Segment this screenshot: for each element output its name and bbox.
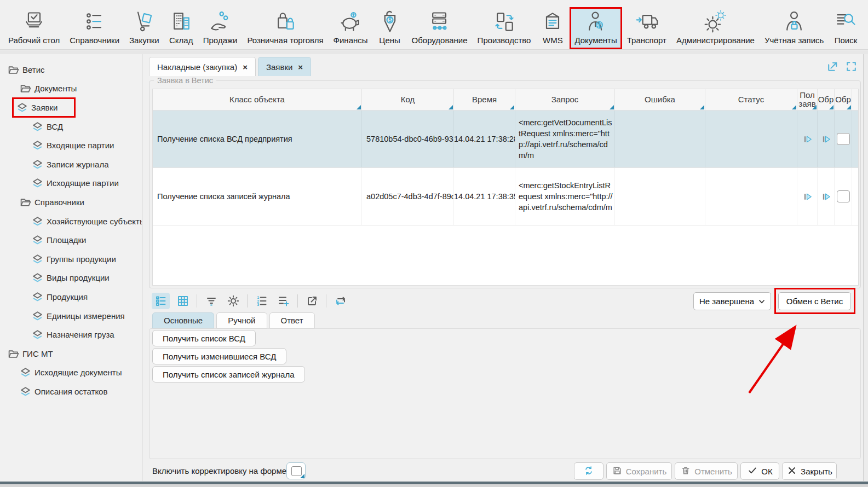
nav-item-wms[interactable]: WMS <box>536 7 570 49</box>
tree-item-inner: Исходящие документы <box>16 364 125 380</box>
detail-tab-Основные[interactable]: Основные <box>152 312 214 328</box>
tree-item-label: Исходящие документы <box>35 368 122 377</box>
tree-item-label: Продукция <box>47 292 88 302</box>
retail-icon <box>273 10 297 34</box>
tree-item-label: Хозяйствующие субъекты <box>47 217 142 226</box>
run-request-icon[interactable] <box>802 192 813 202</box>
toolbar-button-open-external[interactable] <box>303 293 321 309</box>
toolbar-button-grid-view[interactable] <box>174 293 192 309</box>
nav-item-purchases[interactable]: Закупки <box>124 7 164 49</box>
nav-item-documents[interactable]: Документы <box>570 7 622 49</box>
table-row[interactable]: Получение списка записей журналаa02d05c7… <box>153 168 858 225</box>
tree-item-Виды продукции[interactable]: Виды продукции <box>0 269 142 288</box>
toolbar-button-filter[interactable] <box>202 293 220 309</box>
detail-tab-Ответ[interactable]: Ответ <box>269 312 315 328</box>
toolbar-button-settings[interactable] <box>224 293 242 309</box>
nav-item-warehouse[interactable]: Склад <box>164 7 198 49</box>
column-header-Обр[interactable]: Обр <box>818 89 835 110</box>
cell-run-action <box>797 168 818 225</box>
refresh-button[interactable] <box>574 462 603 480</box>
processed-checkbox[interactable] <box>837 133 850 145</box>
nav-label: Закупки <box>129 36 159 45</box>
table-row[interactable]: Получение списка ВСД предприятия57810b54… <box>153 111 858 168</box>
run-request-icon[interactable] <box>821 134 831 144</box>
wms-icon <box>541 10 565 34</box>
tree-item-Входящие партии[interactable]: Входящие партии <box>0 136 142 155</box>
toolbar-button-numbered-list[interactable]: 123 <box>252 293 271 309</box>
toolbar-button-add-row[interactable] <box>274 293 292 309</box>
nav-item-prices[interactable]: $Цены <box>373 7 407 49</box>
tree-item-label: Исходящие партии <box>47 178 119 188</box>
toolbar-button-reload[interactable] <box>331 293 349 309</box>
action-button[interactable]: Получить изменившиеся ВСД <box>152 348 286 364</box>
tree-item-ВСД[interactable]: ВСД <box>0 117 142 136</box>
ок-button[interactable]: ОК <box>740 462 779 480</box>
action-button[interactable]: Получить список записей журнала <box>152 366 305 382</box>
run-request-icon[interactable] <box>821 192 831 202</box>
tree-item-Единицы измерения[interactable]: Единицы измерения <box>0 306 142 326</box>
tree-item-inner: Записи журнала <box>28 156 112 172</box>
nav-item-retail[interactable]: Розничная торговля <box>242 7 328 49</box>
nav-item-desktop[interactable]: Рабочий стол <box>3 7 65 49</box>
folder-icon <box>20 196 31 208</box>
status-filter-select[interactable]: Не завершена <box>693 292 771 310</box>
nav-label: Производство <box>478 36 531 45</box>
document-tab-Заявки[interactable]: Заявки× <box>258 57 311 76</box>
tree-item-Исходящие документы[interactable]: Исходящие документы <box>0 363 142 382</box>
tree-item-Площадки[interactable]: Площадки <box>0 230 142 250</box>
close-icon <box>786 465 797 478</box>
nav-item-catalogs[interactable]: Справочники <box>65 7 124 49</box>
tree-item-Группы продукции[interactable]: Группы продукции <box>0 250 142 269</box>
column-header-Обр[interactable]: Обр <box>835 89 852 110</box>
cell-run-action <box>818 111 835 167</box>
folder-icon <box>8 64 19 76</box>
tree-item-Хозяйствующие субъекты[interactable]: Хозяйствующие субъекты <box>0 212 142 231</box>
cell-text: 14.04.21 17:38:35 <box>454 192 515 201</box>
tree-item-Назначения груза[interactable]: Назначения груза <box>0 325 142 344</box>
tree-item-Описания остатков[interactable]: Описания остатков <box>0 382 142 401</box>
open-in-window-icon[interactable] <box>826 60 840 76</box>
document-tab-Накладные (закупка)[interactable]: Накладные (закупка)× <box>149 57 256 76</box>
processed-checkbox[interactable] <box>837 190 850 202</box>
nav-item-production[interactable]: Производство <box>473 7 536 49</box>
tree-item-Документы[interactable]: Документы <box>0 79 142 98</box>
tree-item-Заявки[interactable]: Заявки <box>0 98 142 117</box>
run-request-icon[interactable] <box>802 134 813 144</box>
tree-item-Ветис[interactable]: Ветис <box>0 60 142 79</box>
nav-item-account[interactable]: Учётная запись <box>760 7 829 49</box>
nav-item-sales[interactable]: Продажи <box>198 7 243 49</box>
action-button[interactable]: Получить список ВСД <box>152 330 256 346</box>
отменить-button[interactable]: Отменить <box>675 462 738 480</box>
column-header-Пол заяв[interactable]: Пол заяв <box>797 89 818 110</box>
tree-item-Исходящие партии[interactable]: Исходящие партии <box>0 174 142 193</box>
nav-item-equipment[interactable]: Оборудование <box>407 7 473 49</box>
column-header-Запрос[interactable]: Запрос <box>515 89 615 110</box>
fullscreen-icon[interactable] <box>844 60 858 76</box>
column-header-Статус[interactable]: Статус <box>705 89 797 110</box>
nav-item-finance[interactable]: Финансы <box>329 7 373 49</box>
tree-item-inner: Исходящие партии <box>28 175 122 191</box>
nav-item-transport[interactable]: Транспорт <box>622 7 671 49</box>
tree-item-ГИС МТ[interactable]: ГИС МТ <box>0 344 142 363</box>
column-header-label: Пол заяв <box>797 91 817 109</box>
toolbar-button-list-view[interactable] <box>152 293 170 309</box>
nav-item-administration[interactable]: Администрирование <box>671 7 760 49</box>
column-header-Время[interactable]: Время <box>454 89 515 110</box>
column-header-Класс объекта[interactable]: Класс объекта <box>153 89 362 110</box>
tab-close-icon[interactable]: × <box>243 62 248 72</box>
nav-item-search[interactable]: Поиск <box>829 7 863 49</box>
column-header-Ошибка[interactable]: Ошибка <box>615 89 705 110</box>
column-header-Код[interactable]: Код <box>362 89 454 110</box>
tree-item-Справочники[interactable]: Справочники <box>0 193 142 212</box>
cell-text: <merc:getVetDocumentListRequest xmlns:me… <box>519 117 613 161</box>
correction-checkbox[interactable] <box>286 462 306 479</box>
tab-close-icon[interactable]: × <box>298 62 303 72</box>
cell-text: 14.04.21 17:38:28 <box>454 135 515 143</box>
column-header-label: Класс объекта <box>229 95 285 105</box>
tree-item-Продукция[interactable]: Продукция <box>0 287 142 306</box>
сохранить-button[interactable]: Сохранить <box>606 462 672 480</box>
tree-item-label: Ветис <box>22 65 45 74</box>
закрыть-button[interactable]: Закрыть <box>782 462 837 480</box>
detail-tab-Ручной[interactable]: Ручной <box>216 312 267 328</box>
tree-item-Записи журнала[interactable]: Записи журнала <box>0 155 142 174</box>
